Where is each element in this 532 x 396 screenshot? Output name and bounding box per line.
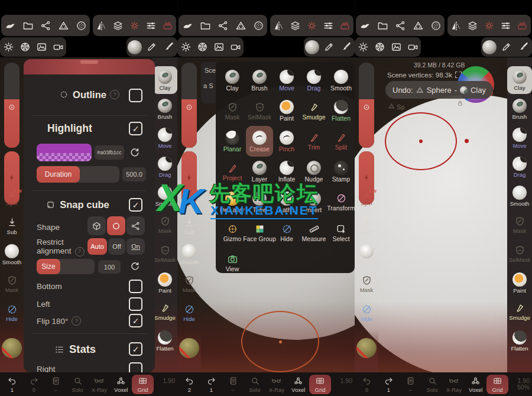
paint-button[interactable]: Paint	[507, 269, 532, 297]
nodes-button[interactable]	[38, 18, 53, 33]
smooth-button[interactable]: Smooth	[507, 182, 532, 210]
nodes-button[interactable]	[392, 18, 408, 33]
camcorder-button[interactable]	[228, 40, 243, 55]
smooth-button[interactable]: Smooth	[177, 241, 201, 268]
smudge-button[interactable]: Smudge	[300, 96, 327, 126]
move-button[interactable]: Move	[507, 124, 532, 152]
paintbrush-button[interactable]	[516, 40, 531, 55]
move-button[interactable]: Move	[153, 124, 177, 152]
restrict-on-button[interactable]: On	[126, 238, 145, 255]
pencil-button[interactable]	[144, 40, 160, 55]
clay-button[interactable]: Clay	[153, 66, 177, 94]
pointer-button[interactable]	[2, 18, 18, 33]
split-button[interactable]: Split	[327, 126, 355, 157]
sliders-button[interactable]	[144, 18, 159, 33]
smooth-button[interactable]: Smooth	[0, 241, 24, 268]
-button[interactable]: –	[222, 375, 244, 394]
smudge-button[interactable]: Smudge	[507, 298, 532, 326]
x-ray-button[interactable]: X-Ray	[443, 375, 465, 394]
image-button[interactable]	[388, 40, 404, 55]
highlight-hex-field[interactable]: #a03fb1cc	[95, 145, 124, 160]
voxel-button[interactable]: Voxel	[465, 375, 486, 394]
1-button[interactable]: 1	[1, 375, 23, 394]
brush-button[interactable]: Brush	[153, 95, 177, 123]
mask-button[interactable]: Mask	[177, 270, 201, 297]
selmask-button[interactable]: SelMask	[246, 96, 273, 126]
pointer-button[interactable]	[357, 18, 372, 33]
sym-button[interactable]: SymL/W	[355, 183, 378, 210]
flatten-button[interactable]: Flatten	[153, 327, 177, 355]
toolbox-button[interactable]	[338, 18, 353, 33]
solo-button[interactable]: Solo	[67, 375, 89, 394]
mirror-button[interactable]	[93, 18, 109, 33]
toolbox-button[interactable]	[515, 18, 530, 33]
material-ball-button[interactable]	[356, 338, 377, 361]
voxel-button[interactable]: Voxel	[110, 375, 132, 394]
pyramid-button[interactable]	[56, 18, 71, 33]
clay-button[interactable]: Clay	[507, 66, 532, 94]
smudge-button[interactable]: Smudge	[153, 298, 177, 326]
duration-value[interactable]: 500.0	[122, 167, 146, 181]
clay-button[interactable]: Clay	[219, 65, 246, 96]
mirror-button[interactable]	[271, 18, 286, 33]
gear-button[interactable]	[304, 18, 319, 33]
restrict-off-button[interactable]: Off	[108, 238, 125, 255]
aperture-button[interactable]	[17, 40, 33, 55]
aperture-button[interactable]	[372, 40, 387, 55]
ball-material-button[interactable]	[482, 40, 497, 55]
crease-button[interactable]: Crease	[246, 126, 273, 157]
paintbrush-button[interactable]	[161, 40, 177, 55]
image-button[interactable]	[34, 40, 49, 55]
bottom-checkbox[interactable]	[129, 280, 142, 293]
shape-cube-button[interactable]	[87, 216, 106, 235]
0-button[interactable]: 0	[23, 375, 45, 394]
1-button[interactable]: 1	[200, 375, 222, 394]
gear-button[interactable]	[481, 18, 497, 33]
outline-help-icon[interactable]: ?	[110, 90, 119, 99]
flip-checkbox[interactable]	[129, 314, 142, 327]
pyramid-button[interactable]	[410, 18, 426, 33]
mirror-button[interactable]	[448, 18, 463, 33]
size-value[interactable]: 100	[98, 260, 121, 274]
flatten-button[interactable]: Flatten	[327, 96, 355, 126]
selmask-button[interactable]: SelMask	[153, 240, 177, 268]
camcorder-button[interactable]	[405, 40, 420, 55]
planar-button[interactable]: Planar	[219, 126, 246, 157]
outline-checkbox[interactable]	[129, 89, 142, 102]
size-reset-icon[interactable]	[129, 260, 141, 271]
folder-button[interactable]	[375, 18, 390, 33]
pinch-button[interactable]: Pinch	[273, 126, 300, 157]
solo-button[interactable]: Solo	[421, 375, 443, 394]
flatten-button[interactable]: Flatten	[507, 327, 532, 355]
grid-button[interactable]: Grid	[486, 375, 508, 394]
image-button[interactable]	[211, 40, 226, 55]
view-button[interactable]: View	[219, 248, 246, 278]
grid-button[interactable]: Grid	[309, 375, 331, 394]
smooth-button[interactable]: Smooth	[327, 65, 355, 96]
restrict-auto-button[interactable]: Auto	[87, 238, 107, 255]
meshsphere-button[interactable]	[428, 18, 443, 33]
brush-button[interactable]: Brush	[246, 65, 273, 96]
material-ball-button[interactable]	[179, 338, 199, 361]
hide-button[interactable]: Hide	[0, 299, 24, 326]
1-button[interactable]: 1	[378, 375, 400, 394]
pointer-button[interactable]	[180, 18, 195, 33]
move-button[interactable]: Move	[273, 65, 300, 96]
stats-checkbox[interactable]	[129, 342, 142, 356]
canvas-3[interactable]	[355, 57, 532, 372]
mask-button[interactable]: Mask	[507, 211, 532, 239]
x-ray-button[interactable]: X-Ray	[265, 375, 287, 394]
sub-button[interactable]: Sub	[355, 212, 378, 239]
paint-button[interactable]: Paint	[273, 96, 300, 126]
pyramid-button[interactable]	[233, 18, 248, 33]
voxel-button[interactable]: Voxel	[287, 375, 309, 394]
paintbrush-button[interactable]	[339, 40, 354, 55]
drag-button[interactable]: Drag	[300, 65, 327, 96]
layers-button[interactable]	[465, 18, 480, 33]
highlight-reset-icon[interactable]	[129, 146, 141, 158]
sun-button[interactable]	[355, 40, 371, 55]
layers-button[interactable]	[287, 18, 303, 33]
material-ball-button[interactable]	[2, 338, 22, 361]
size-slider-label[interactable]: Size	[37, 259, 60, 274]
solo-button[interactable]: Solo	[244, 375, 266, 394]
